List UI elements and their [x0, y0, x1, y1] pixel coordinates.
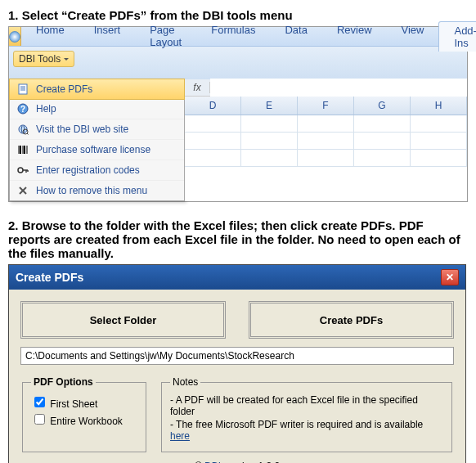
close-icon: [15, 184, 31, 197]
fx-label: fx: [185, 82, 210, 93]
note-1: - A PDF will be created for each Excel f…: [170, 394, 443, 417]
close-button[interactable]: ✕: [441, 269, 459, 285]
cell[interactable]: [298, 133, 354, 149]
pdf-writer-link[interactable]: here: [170, 430, 190, 442]
entire-workbook-label: Entire Workbook: [50, 416, 122, 427]
dbi-tools-label: DBI Tools: [19, 53, 61, 65]
cell[interactable]: [354, 133, 411, 149]
notes-legend: Notes: [170, 376, 200, 388]
sheet-rows: [185, 115, 467, 169]
cell[interactable]: [185, 133, 241, 149]
cell[interactable]: [411, 115, 467, 132]
col-header[interactable]: D: [185, 97, 241, 115]
ribbon-tab-data[interactable]: Data: [270, 21, 321, 52]
menu-item-label: Purchase software license: [36, 144, 150, 155]
step-1-heading: 1. Select “Create PDFs” from the DBI too…: [8, 8, 468, 22]
create-pdfs-dialog: Create PDFs ✕ Select Folder Create PDFs …: [8, 264, 466, 463]
pdf-options-legend: PDF Options: [31, 376, 96, 388]
cell[interactable]: [241, 115, 298, 132]
menu-item-visit-website[interactable]: Visit the DBI web site: [10, 119, 184, 140]
office-button[interactable]: [9, 27, 21, 46]
col-header[interactable]: F: [298, 97, 354, 115]
dbi-tools-dropdown: Create PDFs ? Help Visit the DBI web sit…: [9, 79, 185, 201]
select-folder-button[interactable]: Select Folder: [20, 301, 226, 339]
menu-item-label: How to remove this menu: [36, 185, 147, 196]
menu-item-label: Enter registration codes: [36, 164, 140, 176]
dialog-body: Select Folder Create PDFs PDF Options Fi…: [9, 290, 465, 463]
menu-item-purchase-license[interactable]: Purchase software license: [10, 140, 184, 160]
cell[interactable]: [354, 150, 411, 166]
menu-item-help[interactable]: ? Help: [10, 99, 184, 119]
menu-item-label: Visit the DBI web site: [36, 124, 128, 135]
pdf-options-group: PDF Options First Sheet Entire Workbook: [22, 376, 146, 452]
cell[interactable]: [354, 115, 411, 132]
menu-item-create-pdfs[interactable]: Create PDFs: [9, 79, 185, 100]
menu-item-label: Create PDFs: [36, 83, 92, 95]
help-icon: ?: [15, 102, 31, 115]
formula-input[interactable]: [210, 79, 467, 97]
cell[interactable]: [241, 133, 298, 149]
first-sheet-option[interactable]: First Sheet: [31, 394, 137, 410]
formula-bar: fx: [185, 79, 467, 97]
menu-item-label: Help: [36, 103, 56, 115]
entire-workbook-option[interactable]: Entire Workbook: [31, 411, 137, 427]
menu-item-remove-menu[interactable]: How to remove this menu: [10, 181, 184, 200]
first-sheet-label: First Sheet: [50, 398, 97, 410]
col-header[interactable]: E: [241, 97, 298, 115]
first-sheet-checkbox[interactable]: [34, 397, 45, 407]
ribbon-tab-review[interactable]: Review: [322, 21, 387, 52]
cell[interactable]: [185, 150, 241, 166]
cell[interactable]: [411, 150, 467, 166]
cell[interactable]: [298, 150, 354, 166]
ribbon-tab-home[interactable]: Home: [21, 21, 79, 52]
excel-screenshot: Home Insert Page Layout Formulas Data Re…: [8, 26, 468, 202]
globe-icon: [15, 123, 31, 136]
dialog-titlebar: Create PDFs ✕: [9, 265, 465, 290]
cell[interactable]: [411, 133, 467, 149]
ribbon-tab-formulas[interactable]: Formulas: [196, 21, 270, 52]
chevron-down-icon: [64, 58, 69, 61]
notes-group: Notes - A PDF will be created for each E…: [161, 376, 452, 452]
cell[interactable]: [185, 115, 241, 132]
cell[interactable]: [241, 150, 298, 166]
menu-item-enter-codes[interactable]: Enter registration codes: [10, 160, 184, 181]
dialog-title-text: Create PDFs: [16, 271, 83, 284]
folder-path-input[interactable]: [20, 347, 454, 365]
create-pdfs-button[interactable]: Create PDFs: [249, 301, 454, 339]
worksheet-area: fx D E F G H: [185, 79, 467, 201]
ribbon-tab-insert[interactable]: Insert: [79, 21, 136, 52]
col-header[interactable]: G: [354, 97, 411, 115]
ribbon-tab-pagelayout[interactable]: Page Layout: [135, 21, 196, 52]
svg-point-14: [18, 168, 23, 173]
cell[interactable]: [298, 115, 354, 132]
office-icon: [9, 31, 20, 43]
svg-rect-0: [19, 84, 27, 94]
ribbon-tab-row: Home Insert Page Layout Formulas Data Re…: [9, 27, 467, 47]
ribbon-tab-addins[interactable]: Add-Ins: [438, 21, 476, 52]
ribbon-tab-view[interactable]: View: [387, 21, 439, 52]
step-2-heading: 2. Browse to the folder with the Excel f…: [8, 218, 468, 260]
col-header[interactable]: H: [411, 97, 467, 115]
note-2: - The free Microsoft PDF writer is requi…: [170, 419, 443, 442]
close-icon: ✕: [446, 272, 454, 283]
ribbon-body: DBI Tools: [9, 47, 467, 79]
page-icon: [15, 83, 31, 96]
barcode-icon: [15, 143, 31, 156]
key-icon: [15, 164, 31, 177]
column-headers: D E F G H: [185, 97, 467, 115]
svg-text:?: ?: [20, 105, 25, 114]
entire-workbook-checkbox[interactable]: [34, 414, 45, 425]
svg-line-8: [27, 133, 29, 135]
dbi-tools-button[interactable]: DBI Tools: [13, 51, 74, 67]
